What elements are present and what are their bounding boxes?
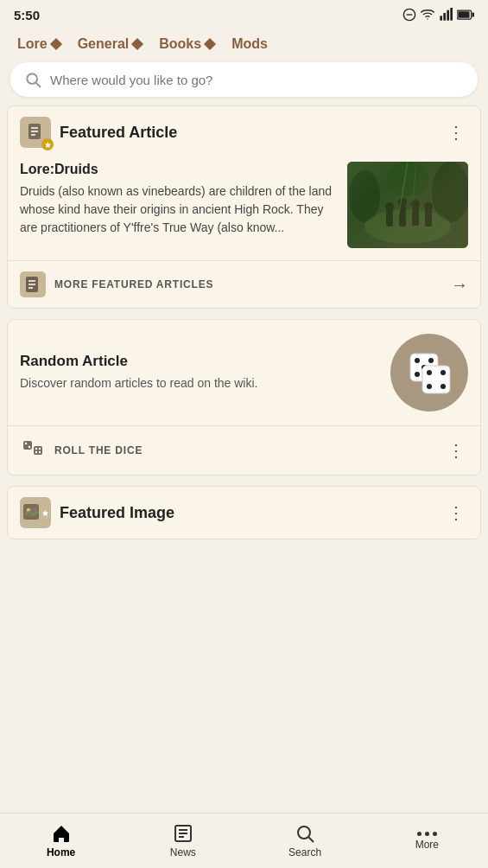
svg-marker-57: [41, 510, 48, 516]
svg-point-51: [39, 448, 41, 450]
svg-point-62: [298, 827, 310, 839]
svg-point-53: [39, 451, 41, 453]
svg-point-44: [427, 384, 432, 389]
featured-image-star-icon: [41, 509, 49, 517]
tab-general[interactable]: General: [71, 33, 149, 55]
svg-point-52: [35, 451, 37, 453]
nav-more[interactable]: More: [366, 825, 488, 858]
featured-image-menu[interactable]: ⋮: [444, 499, 468, 527]
tab-lore[interactable]: Lore: [10, 33, 67, 55]
svg-rect-41: [422, 366, 450, 393]
tab-mods[interactable]: Mods: [225, 33, 275, 55]
random-menu[interactable]: ⋮: [444, 437, 468, 464]
svg-point-28: [424, 202, 433, 211]
tab-lore-diamond: [50, 38, 62, 50]
nav-search-label: Search: [288, 846, 321, 858]
star-badge: [41, 138, 54, 150]
svg-point-40: [415, 372, 420, 377]
tab-books-diamond: [204, 38, 216, 50]
random-action-row[interactable]: ROLL THE DICE ⋮: [8, 425, 480, 475]
signal-icon: [439, 8, 453, 22]
search-nav-icon: [295, 823, 315, 844]
svg-rect-7: [458, 11, 469, 18]
svg-line-63: [309, 838, 314, 843]
news-icon: [173, 823, 193, 844]
svg-point-19: [386, 162, 429, 196]
article-text: Druids (also known as vinebeards) are ch…: [20, 182, 337, 237]
featured-article-title: Featured Article: [60, 124, 435, 142]
article-image: [347, 162, 468, 248]
svg-point-43: [440, 370, 446, 375]
tab-books[interactable]: Books: [152, 33, 221, 55]
featured-article-card: Featured Article ⋮ Lore:Druids Druids (a…: [7, 105, 481, 309]
image-doc-icon: [22, 503, 41, 522]
featured-article-doc-icon: [27, 123, 44, 142]
svg-rect-46: [23, 441, 32, 450]
svg-rect-4: [447, 10, 449, 21]
status-icons: [402, 8, 474, 22]
dice-circle: [390, 334, 468, 412]
svg-point-20: [364, 209, 451, 244]
search-icon: [24, 71, 41, 88]
main-content: Featured Article ⋮ Lore:Druids Druids (a…: [0, 105, 488, 804]
home-icon: [51, 823, 72, 844]
star-icon: [44, 141, 52, 149]
roll-dice-label: ROLL THE DICE: [54, 444, 435, 456]
roll-dice-icon: [20, 437, 46, 463]
svg-point-48: [29, 446, 30, 448]
status-bar: 5:50: [0, 0, 488, 28]
nav-search[interactable]: Search: [244, 816, 366, 865]
search-input[interactable]: [50, 73, 464, 87]
svg-point-38: [428, 358, 434, 363]
tab-general-label: General: [78, 36, 130, 52]
svg-rect-3: [443, 13, 446, 21]
battery-icon: [457, 9, 474, 21]
wifi-icon: [421, 8, 434, 22]
svg-point-45: [440, 384, 446, 389]
random-article-card: Random Article Discover random articles …: [7, 319, 481, 475]
svg-point-47: [25, 443, 27, 444]
svg-point-24: [398, 198, 407, 207]
featured-image-title: Featured Image: [60, 504, 435, 522]
random-card-text: Random Article Discover random articles …: [20, 353, 380, 393]
svg-marker-15: [44, 141, 50, 147]
svg-point-22: [385, 202, 394, 211]
nav-news[interactable]: News: [122, 816, 244, 865]
dice-icon: [403, 347, 455, 399]
tab-general-diamond: [131, 38, 143, 50]
status-time: 5:50: [14, 8, 40, 22]
nav-home-label: Home: [47, 846, 75, 858]
nav-home[interactable]: Home: [0, 816, 122, 865]
nav-news-label: News: [170, 846, 196, 858]
svg-rect-25: [412, 207, 419, 226]
svg-rect-5: [450, 8, 453, 21]
article-text-section: Lore:Druids Druids (also known as vinebe…: [20, 162, 337, 248]
svg-point-17: [349, 170, 380, 222]
search-bar[interactable]: [10, 62, 478, 97]
svg-line-10: [36, 83, 41, 87]
featured-article-menu[interactable]: ⋮: [444, 118, 468, 146]
svg-rect-21: [386, 209, 393, 227]
tab-mods-label: Mods: [231, 36, 268, 52]
featured-article-icon: [20, 117, 51, 148]
svg-rect-49: [34, 446, 42, 455]
more-articles-row[interactable]: MORE FEATURED ARTICLES →: [8, 260, 480, 308]
document-icon: [25, 276, 41, 293]
top-tabs: Lore General Books Mods: [0, 28, 488, 55]
featured-image-star-badge: [41, 505, 49, 520]
more-articles-label: MORE FEATURED ARTICLES: [54, 278, 442, 290]
svg-point-36: [415, 358, 420, 363]
dice-small-icon: [22, 440, 43, 461]
svg-point-18: [432, 162, 468, 222]
svg-point-50: [35, 448, 37, 450]
svg-rect-27: [425, 209, 432, 227]
featured-image-header: Featured Image ⋮: [8, 487, 480, 539]
nav-more-label: More: [415, 839, 439, 851]
svg-rect-8: [472, 13, 475, 17]
random-article-desc: Discover random articles to read on the …: [20, 375, 380, 393]
featured-article-header: Featured Article ⋮: [8, 106, 480, 158]
random-card-top: Random Article Discover random articles …: [8, 320, 480, 425]
random-article-title: Random Article: [20, 353, 380, 370]
svg-point-42: [427, 370, 432, 375]
article-content: Lore:Druids Druids (also known as vinebe…: [8, 158, 480, 260]
